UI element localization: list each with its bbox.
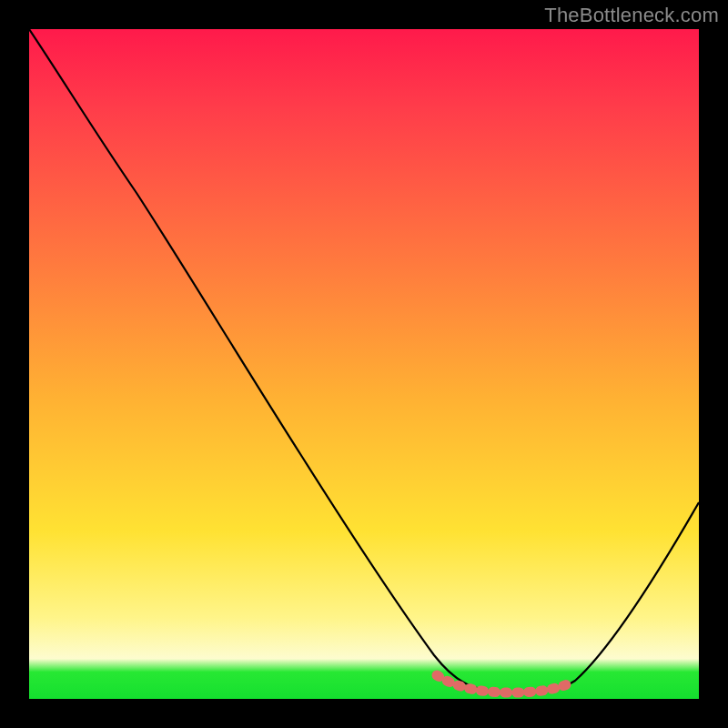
chart-frame: TheBottleneck.com [0, 0, 728, 728]
curve-overlay [29, 29, 699, 699]
bottleneck-curve [29, 29, 699, 693]
attribution-label: TheBottleneck.com [544, 4, 719, 27]
plot-area [29, 29, 699, 699]
